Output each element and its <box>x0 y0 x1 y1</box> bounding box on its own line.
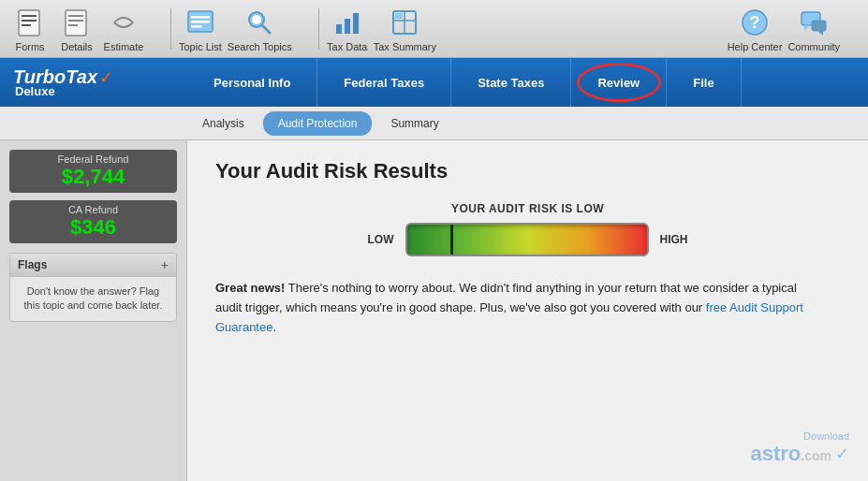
logo: TurboTax ✓ Deluxe <box>13 66 113 98</box>
risk-needle <box>450 223 453 256</box>
forms-button[interactable]: Forms <box>9 6 51 52</box>
nav-tabs: Personal Info Federal Taxes State Taxes … <box>187 58 868 107</box>
svg-rect-3 <box>22 24 31 26</box>
sidebar: Federal Refund $2,744 CA Refund $346 Fla… <box>0 140 187 481</box>
federal-refund-value: $2,744 <box>17 165 169 189</box>
page-title: Your Audit Risk Results <box>215 159 840 183</box>
svg-rect-5 <box>68 15 83 17</box>
ca-refund-label: CA Refund <box>17 204 169 215</box>
toolbar-group-mid: Topic List Search Topics <box>179 6 292 52</box>
svg-rect-0 <box>19 10 39 36</box>
main-body-text: Great news! There's nothing to worry abo… <box>215 279 815 337</box>
tax-summary-label: Tax Summary <box>374 41 436 52</box>
tab-federal-taxes[interactable]: Federal Taxes <box>317 58 451 107</box>
svg-rect-7 <box>68 24 78 26</box>
estimate-button[interactable]: Estimate <box>103 6 144 52</box>
details-button[interactable]: Details <box>56 6 97 52</box>
topic-list-icon <box>184 6 217 39</box>
nav-bar: TurboTax ✓ Deluxe Personal Info Federal … <box>0 58 868 107</box>
sub-tabs: Analysis Audit Protection Summary <box>0 107 868 140</box>
toolbar-sep-1 <box>170 8 171 50</box>
community-button[interactable]: Community <box>787 6 840 52</box>
svg-text:?: ? <box>750 13 760 32</box>
svg-marker-27 <box>817 31 823 36</box>
details-icon <box>60 6 94 39</box>
tax-summary-icon <box>388 6 421 39</box>
svg-rect-1 <box>22 15 37 17</box>
ca-refund-value: $346 <box>17 215 169 240</box>
svg-rect-17 <box>353 13 359 34</box>
subtab-audit-protection[interactable]: Audit Protection <box>263 111 373 136</box>
help-center-icon: ? <box>738 6 772 39</box>
main-content: Federal Refund $2,744 CA Refund $346 Fla… <box>0 140 868 481</box>
watermark: Download astro.com ✓ <box>751 430 849 466</box>
search-topics-icon <box>243 6 276 39</box>
flags-header: Flags + <box>10 254 176 277</box>
toolbar-group-tax: Tax Data Tax Summary <box>327 6 436 52</box>
toolbar: Forms Details Estimate Topic List S <box>0 0 868 58</box>
risk-meter <box>405 223 649 256</box>
risk-low-label: LOW <box>368 233 394 246</box>
watermark-check-icon: ✓ <box>835 444 849 464</box>
svg-marker-25 <box>804 25 810 31</box>
details-label: Details <box>61 41 93 52</box>
tax-data-button[interactable]: Tax Data <box>327 6 368 52</box>
community-label: Community <box>787 41 840 52</box>
estimate-icon <box>107 6 140 39</box>
risk-meter-container: YOUR AUDIT RISK IS LOW LOW HIGH <box>215 202 840 256</box>
toolbar-group-help: ? Help Center Community <box>728 6 840 52</box>
watermark-tld: .com <box>801 448 831 463</box>
main-panel: Your Audit Risk Results YOUR AUDIT RISK … <box>187 140 868 481</box>
watermark-download-label: Download <box>751 430 849 442</box>
community-icon <box>797 6 831 39</box>
risk-meter-row: LOW HIGH <box>368 223 688 256</box>
topic-list-label: Topic List <box>179 41 222 52</box>
tax-data-label: Tax Data <box>327 41 367 52</box>
forms-icon <box>13 6 47 39</box>
search-topics-button[interactable]: Search Topics <box>228 6 292 52</box>
svg-rect-11 <box>191 25 202 28</box>
topic-list-button[interactable]: Topic List <box>179 6 222 52</box>
great-news-label: Great news! <box>215 281 285 295</box>
svg-rect-10 <box>191 21 210 23</box>
federal-refund-box: Federal Refund $2,744 <box>9 150 177 193</box>
flags-content: Don't know the answer? Flag this topic a… <box>10 277 176 321</box>
svg-rect-26 <box>812 21 826 31</box>
subtab-summary[interactable]: Summary <box>375 111 453 136</box>
svg-rect-4 <box>66 10 86 36</box>
tab-personal-info[interactable]: Personal Info <box>187 58 317 107</box>
federal-refund-label: Federal Refund <box>17 153 169 165</box>
logo-check-icon: ✓ <box>99 67 113 88</box>
forms-label: Forms <box>15 41 44 52</box>
svg-rect-15 <box>336 24 342 34</box>
svg-rect-21 <box>395 13 403 19</box>
svg-rect-9 <box>191 16 210 19</box>
svg-rect-6 <box>68 20 83 22</box>
search-topics-label: Search Topics <box>228 41 292 52</box>
toolbar-sep-2 <box>318 8 319 50</box>
risk-label-top: YOUR AUDIT RISK IS LOW <box>451 202 604 215</box>
logo-area: TurboTax ✓ Deluxe <box>0 58 187 107</box>
estimate-label: Estimate <box>104 41 144 52</box>
tab-state-taxes[interactable]: State Taxes <box>451 58 571 107</box>
tab-review[interactable]: Review <box>571 58 667 107</box>
help-center-button[interactable]: ? Help Center <box>728 6 783 52</box>
tab-file[interactable]: File <box>667 58 741 107</box>
svg-rect-2 <box>22 20 37 22</box>
flags-title: Flags <box>18 258 47 271</box>
flags-add-button[interactable]: + <box>161 257 169 272</box>
risk-high-label: HIGH <box>660 233 688 246</box>
body-end: . <box>272 320 276 334</box>
flags-box: Flags + Don't know the answer? Flag this… <box>9 253 177 322</box>
tax-data-icon <box>331 6 364 39</box>
svg-line-14 <box>262 25 270 33</box>
watermark-name: astro.com <box>751 442 831 466</box>
tax-summary-button[interactable]: Tax Summary <box>374 6 436 52</box>
help-center-label: Help Center <box>728 41 783 52</box>
ca-refund-box: CA Refund $346 <box>9 200 177 243</box>
toolbar-group-left: Forms Details Estimate <box>9 6 144 52</box>
subtab-analysis[interactable]: Analysis <box>187 111 259 136</box>
svg-point-13 <box>252 15 261 24</box>
svg-rect-16 <box>345 19 350 34</box>
